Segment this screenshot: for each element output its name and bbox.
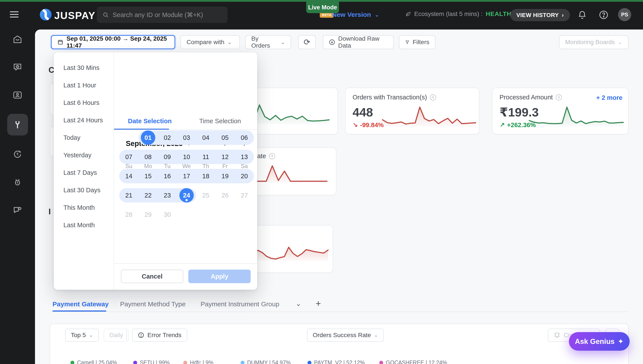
trend-up-icon: ↗ bbox=[500, 121, 505, 129]
calendar-day[interactable]: 06 bbox=[235, 130, 254, 145]
legend-item[interactable]: DUMMY | 54.97% bbox=[241, 360, 291, 364]
calendar-day[interactable]: 08 bbox=[138, 150, 158, 164]
menu-icon[interactable] bbox=[10, 11, 19, 18]
preset-item[interactable]: Last 24 Hours bbox=[54, 112, 114, 129]
tab-time-selection[interactable]: Time Selection bbox=[199, 118, 241, 125]
legend-item[interactable]: SETU | 99% bbox=[133, 360, 170, 364]
calendar-day[interactable]: 16 bbox=[158, 169, 177, 183]
preset-item[interactable]: Last 7 Days bbox=[54, 164, 114, 181]
card-value: 448 bbox=[353, 105, 373, 119]
calendar-day[interactable]: 22 bbox=[138, 188, 158, 202]
global-search-input[interactable]: Search any ID or Module (⌘+K) bbox=[97, 6, 227, 23]
tabs-overflow-chevron-icon[interactable]: ⌄ bbox=[296, 300, 301, 308]
legend-item[interactable]: PAYTM_V2 | 52.12% bbox=[307, 360, 365, 364]
tab-payment-instrument-group[interactable]: Payment Instrument Group bbox=[201, 300, 279, 308]
footer-divider bbox=[114, 263, 257, 264]
date-range-button[interactable]: Sep 01, 2025 00:00 → Sep 24, 2025 11:47 bbox=[51, 35, 175, 49]
calendar-day[interactable]: 29 bbox=[138, 207, 158, 222]
error-trends-button[interactable]: Error Trends bbox=[132, 328, 187, 342]
hidden-section-heading-1: C bbox=[49, 66, 54, 75]
calendar-day[interactable]: 05 bbox=[215, 130, 235, 145]
monitoring-boards-dropdown[interactable]: Monitoring Boards⌄ bbox=[559, 35, 628, 49]
calendar-day[interactable]: 15 bbox=[138, 169, 158, 183]
new-version-dropdown[interactable]: New Version⌄ bbox=[332, 11, 379, 18]
add-tab-button[interactable]: + bbox=[315, 298, 321, 309]
legend-label: SETU | 99% bbox=[140, 360, 170, 364]
chevron-down-icon: ⌄ bbox=[618, 39, 622, 45]
daily-button[interactable]: Daily bbox=[104, 328, 129, 342]
user-avatar[interactable]: PS bbox=[618, 8, 631, 21]
calendar-day[interactable]: 17 bbox=[177, 169, 196, 183]
tab-payment-gateway[interactable]: Payment Gateway bbox=[53, 300, 109, 308]
preset-item[interactable]: Last 1 Hour bbox=[54, 76, 114, 94]
cancel-button[interactable]: Cancel bbox=[121, 270, 183, 283]
preset-item[interactable]: Last 30 Days bbox=[54, 181, 114, 199]
chevron-down-icon: ⌄ bbox=[281, 39, 285, 45]
legend-item[interactable]: Camell | 25.04% bbox=[70, 360, 117, 364]
filters-button[interactable]: Filters bbox=[399, 35, 435, 49]
chevron-down-icon: ⌄ bbox=[89, 332, 93, 338]
calendar-day[interactable]: 04 bbox=[196, 130, 215, 145]
sidebar-modules-icon[interactable] bbox=[13, 62, 23, 72]
legend-color-dot bbox=[70, 361, 74, 364]
preset-item[interactable]: Yesterday bbox=[54, 146, 114, 164]
sidebar-tools-icon[interactable] bbox=[13, 120, 23, 130]
calendar-day[interactable]: 19 bbox=[215, 169, 235, 183]
help-icon[interactable] bbox=[599, 10, 608, 20]
calendar-day[interactable]: 30 bbox=[158, 207, 177, 222]
sparkline-processed bbox=[528, 104, 624, 127]
preset-item[interactable]: This Month bbox=[54, 199, 114, 216]
calendar-day[interactable]: 02 bbox=[158, 130, 177, 145]
sidebar-merchant-icon[interactable] bbox=[13, 90, 23, 100]
preset-item[interactable]: Last 6 Hours bbox=[54, 94, 114, 112]
calendar-day[interactable]: 07 bbox=[119, 150, 138, 164]
legend-label: DUMMY | 54.97% bbox=[247, 360, 291, 364]
calendar-day[interactable]: 11 bbox=[196, 150, 215, 164]
refresh-button[interactable]: ⟳ bbox=[298, 35, 316, 49]
calendar-day[interactable]: 01 bbox=[138, 130, 158, 145]
preset-item[interactable]: Last 30 Mins bbox=[54, 59, 114, 76]
calendar-grid: 0102030405060708091011121314151617181920… bbox=[119, 130, 254, 226]
calendar-day[interactable]: 26 bbox=[215, 188, 235, 202]
compare-with-dropdown[interactable]: Compare with⌄ bbox=[180, 35, 240, 49]
calendar-day[interactable]: 23 bbox=[158, 188, 177, 202]
legend-item[interactable]: Hdfc | 9% bbox=[183, 360, 213, 364]
info-icon[interactable]: i bbox=[269, 153, 275, 159]
sidebar-support-icon[interactable] bbox=[13, 205, 23, 215]
calendar-day[interactable]: 18 bbox=[196, 169, 215, 183]
calendar-day[interactable]: 09 bbox=[158, 150, 177, 164]
info-icon[interactable]: i bbox=[430, 94, 436, 100]
calendar-day[interactable]: 20 bbox=[235, 169, 254, 183]
by-orders-dropdown[interactable]: By Orders⌄ bbox=[245, 35, 291, 49]
calendar-day[interactable]: 03 bbox=[177, 130, 196, 145]
calendar-day[interactable]: 14 bbox=[119, 169, 138, 183]
calendar-day[interactable]: 24 bbox=[177, 188, 196, 202]
calendar-day[interactable]: 21 bbox=[119, 188, 138, 202]
calendar-day[interactable]: 28 bbox=[119, 207, 138, 222]
tab-payment-method-type[interactable]: Payment Method Type bbox=[120, 300, 186, 308]
legend-item[interactable]: GOCASHFREE | 12.24% bbox=[379, 360, 447, 364]
download-icon bbox=[329, 39, 335, 46]
notifications-bell-icon[interactable] bbox=[578, 10, 587, 20]
view-history-button[interactable]: VIEW HISTORY› bbox=[510, 9, 570, 21]
calendar-day[interactable]: 27 bbox=[235, 188, 254, 202]
tab-date-selection[interactable]: Date Selection bbox=[128, 118, 172, 125]
more-metrics-link[interactable]: + 2 more bbox=[596, 94, 622, 102]
metric-dropdown[interactable]: Orders Success Rate⌄ bbox=[307, 328, 384, 342]
top5-dropdown[interactable]: Top 5⌄ bbox=[65, 328, 99, 342]
apply-button[interactable]: Apply bbox=[188, 270, 251, 283]
search-icon bbox=[102, 11, 109, 18]
calendar-day[interactable]: 12 bbox=[215, 150, 235, 164]
ask-genius-button[interactable]: Ask Genius✦ bbox=[569, 332, 630, 351]
sidebar-home-icon[interactable] bbox=[13, 34, 23, 44]
sidebar-payouts-icon[interactable]: ₹ bbox=[13, 177, 23, 187]
sidebar-refunds-icon[interactable]: ₹ bbox=[13, 149, 23, 159]
calendar-day-empty bbox=[119, 130, 138, 145]
calendar-day[interactable]: 25 bbox=[196, 188, 215, 202]
calendar-day[interactable]: 13 bbox=[235, 150, 254, 164]
info-icon[interactable]: i bbox=[556, 94, 562, 100]
preset-item[interactable]: Today bbox=[54, 129, 114, 146]
preset-item[interactable]: Last Month bbox=[54, 216, 114, 234]
download-raw-data-button[interactable]: Download Raw Data bbox=[323, 35, 394, 49]
calendar-day[interactable]: 10 bbox=[177, 150, 196, 164]
